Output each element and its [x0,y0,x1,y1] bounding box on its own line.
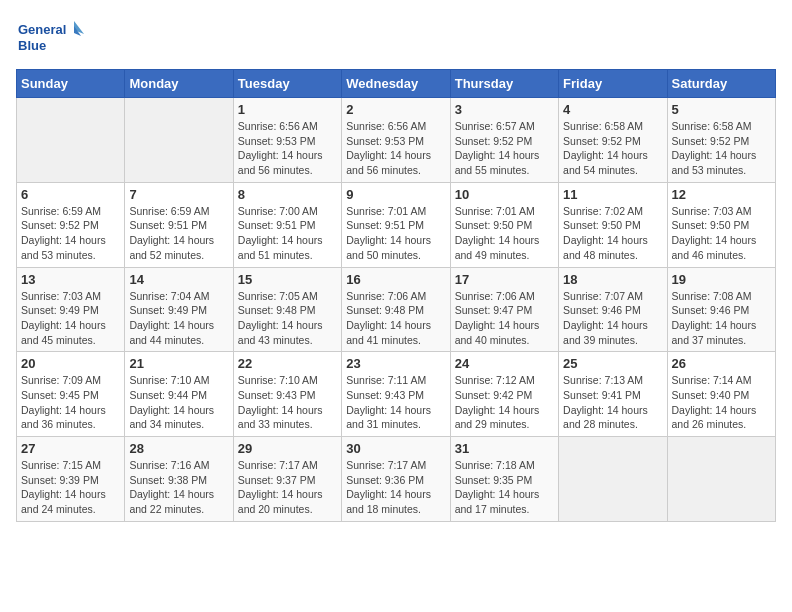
calendar-cell [125,98,233,183]
day-number: 24 [455,356,554,371]
calendar-cell: 22Sunrise: 7:10 AM Sunset: 9:43 PM Dayli… [233,352,341,437]
day-number: 2 [346,102,445,117]
day-info: Sunrise: 7:01 AM Sunset: 9:51 PM Dayligh… [346,204,445,263]
calendar-week-2: 6Sunrise: 6:59 AM Sunset: 9:52 PM Daylig… [17,182,776,267]
day-info: Sunrise: 7:04 AM Sunset: 9:49 PM Dayligh… [129,289,228,348]
day-info: Sunrise: 7:05 AM Sunset: 9:48 PM Dayligh… [238,289,337,348]
day-number: 16 [346,272,445,287]
calendar-cell: 5Sunrise: 6:58 AM Sunset: 9:52 PM Daylig… [667,98,775,183]
weekday-header-tuesday: Tuesday [233,70,341,98]
day-number: 21 [129,356,228,371]
calendar-cell: 7Sunrise: 6:59 AM Sunset: 9:51 PM Daylig… [125,182,233,267]
calendar-cell: 11Sunrise: 7:02 AM Sunset: 9:50 PM Dayli… [559,182,667,267]
day-number: 10 [455,187,554,202]
day-number: 18 [563,272,662,287]
calendar-cell: 15Sunrise: 7:05 AM Sunset: 9:48 PM Dayli… [233,267,341,352]
day-number: 28 [129,441,228,456]
day-number: 23 [346,356,445,371]
calendar-cell: 23Sunrise: 7:11 AM Sunset: 9:43 PM Dayli… [342,352,450,437]
calendar-cell: 1Sunrise: 6:56 AM Sunset: 9:53 PM Daylig… [233,98,341,183]
calendar-cell: 6Sunrise: 6:59 AM Sunset: 9:52 PM Daylig… [17,182,125,267]
day-info: Sunrise: 7:10 AM Sunset: 9:44 PM Dayligh… [129,373,228,432]
calendar-cell: 17Sunrise: 7:06 AM Sunset: 9:47 PM Dayli… [450,267,558,352]
day-number: 29 [238,441,337,456]
day-info: Sunrise: 7:09 AM Sunset: 9:45 PM Dayligh… [21,373,120,432]
calendar-week-1: 1Sunrise: 6:56 AM Sunset: 9:53 PM Daylig… [17,98,776,183]
day-info: Sunrise: 7:02 AM Sunset: 9:50 PM Dayligh… [563,204,662,263]
day-info: Sunrise: 7:14 AM Sunset: 9:40 PM Dayligh… [672,373,771,432]
day-info: Sunrise: 7:12 AM Sunset: 9:42 PM Dayligh… [455,373,554,432]
calendar-week-4: 20Sunrise: 7:09 AM Sunset: 9:45 PM Dayli… [17,352,776,437]
calendar-cell: 25Sunrise: 7:13 AM Sunset: 9:41 PM Dayli… [559,352,667,437]
day-info: Sunrise: 6:58 AM Sunset: 9:52 PM Dayligh… [563,119,662,178]
day-number: 8 [238,187,337,202]
calendar-cell: 9Sunrise: 7:01 AM Sunset: 9:51 PM Daylig… [342,182,450,267]
calendar-cell [667,437,775,522]
day-number: 7 [129,187,228,202]
day-number: 31 [455,441,554,456]
logo-svg: General Blue [16,16,86,61]
day-info: Sunrise: 7:07 AM Sunset: 9:46 PM Dayligh… [563,289,662,348]
day-number: 17 [455,272,554,287]
calendar-cell: 20Sunrise: 7:09 AM Sunset: 9:45 PM Dayli… [17,352,125,437]
day-info: Sunrise: 7:10 AM Sunset: 9:43 PM Dayligh… [238,373,337,432]
day-number: 26 [672,356,771,371]
weekday-header-friday: Friday [559,70,667,98]
calendar-cell: 14Sunrise: 7:04 AM Sunset: 9:49 PM Dayli… [125,267,233,352]
calendar-cell: 24Sunrise: 7:12 AM Sunset: 9:42 PM Dayli… [450,352,558,437]
day-number: 11 [563,187,662,202]
day-info: Sunrise: 7:11 AM Sunset: 9:43 PM Dayligh… [346,373,445,432]
svg-text:General: General [18,22,66,37]
header: General Blue [16,16,776,61]
weekday-header-monday: Monday [125,70,233,98]
day-number: 6 [21,187,120,202]
weekday-header-saturday: Saturday [667,70,775,98]
weekday-header-thursday: Thursday [450,70,558,98]
calendar-cell: 19Sunrise: 7:08 AM Sunset: 9:46 PM Dayli… [667,267,775,352]
day-info: Sunrise: 7:17 AM Sunset: 9:36 PM Dayligh… [346,458,445,517]
calendar-cell: 28Sunrise: 7:16 AM Sunset: 9:38 PM Dayli… [125,437,233,522]
day-info: Sunrise: 7:15 AM Sunset: 9:39 PM Dayligh… [21,458,120,517]
day-info: Sunrise: 6:59 AM Sunset: 9:52 PM Dayligh… [21,204,120,263]
day-info: Sunrise: 7:18 AM Sunset: 9:35 PM Dayligh… [455,458,554,517]
calendar-cell: 31Sunrise: 7:18 AM Sunset: 9:35 PM Dayli… [450,437,558,522]
calendar-cell: 3Sunrise: 6:57 AM Sunset: 9:52 PM Daylig… [450,98,558,183]
day-number: 12 [672,187,771,202]
day-number: 5 [672,102,771,117]
weekday-header-sunday: Sunday [17,70,125,98]
calendar-cell: 2Sunrise: 6:56 AM Sunset: 9:53 PM Daylig… [342,98,450,183]
day-info: Sunrise: 7:06 AM Sunset: 9:47 PM Dayligh… [455,289,554,348]
day-info: Sunrise: 7:03 AM Sunset: 9:50 PM Dayligh… [672,204,771,263]
day-number: 25 [563,356,662,371]
day-info: Sunrise: 6:56 AM Sunset: 9:53 PM Dayligh… [346,119,445,178]
day-number: 22 [238,356,337,371]
day-info: Sunrise: 7:03 AM Sunset: 9:49 PM Dayligh… [21,289,120,348]
weekday-header-row: SundayMondayTuesdayWednesdayThursdayFrid… [17,70,776,98]
day-number: 3 [455,102,554,117]
logo: General Blue [16,16,86,61]
day-info: Sunrise: 6:57 AM Sunset: 9:52 PM Dayligh… [455,119,554,178]
day-number: 27 [21,441,120,456]
day-number: 4 [563,102,662,117]
day-number: 14 [129,272,228,287]
calendar-cell: 21Sunrise: 7:10 AM Sunset: 9:44 PM Dayli… [125,352,233,437]
calendar-week-3: 13Sunrise: 7:03 AM Sunset: 9:49 PM Dayli… [17,267,776,352]
calendar-cell: 26Sunrise: 7:14 AM Sunset: 9:40 PM Dayli… [667,352,775,437]
weekday-header-wednesday: Wednesday [342,70,450,98]
calendar-cell: 10Sunrise: 7:01 AM Sunset: 9:50 PM Dayli… [450,182,558,267]
calendar-cell: 16Sunrise: 7:06 AM Sunset: 9:48 PM Dayli… [342,267,450,352]
day-number: 1 [238,102,337,117]
svg-text:Blue: Blue [18,38,46,53]
calendar-cell [17,98,125,183]
day-number: 19 [672,272,771,287]
day-info: Sunrise: 7:06 AM Sunset: 9:48 PM Dayligh… [346,289,445,348]
calendar-cell: 13Sunrise: 7:03 AM Sunset: 9:49 PM Dayli… [17,267,125,352]
calendar-cell: 29Sunrise: 7:17 AM Sunset: 9:37 PM Dayli… [233,437,341,522]
calendar-cell: 30Sunrise: 7:17 AM Sunset: 9:36 PM Dayli… [342,437,450,522]
calendar-cell [559,437,667,522]
calendar-cell: 18Sunrise: 7:07 AM Sunset: 9:46 PM Dayli… [559,267,667,352]
calendar-cell: 12Sunrise: 7:03 AM Sunset: 9:50 PM Dayli… [667,182,775,267]
day-info: Sunrise: 7:13 AM Sunset: 9:41 PM Dayligh… [563,373,662,432]
calendar-table: SundayMondayTuesdayWednesdayThursdayFrid… [16,69,776,522]
day-info: Sunrise: 7:17 AM Sunset: 9:37 PM Dayligh… [238,458,337,517]
